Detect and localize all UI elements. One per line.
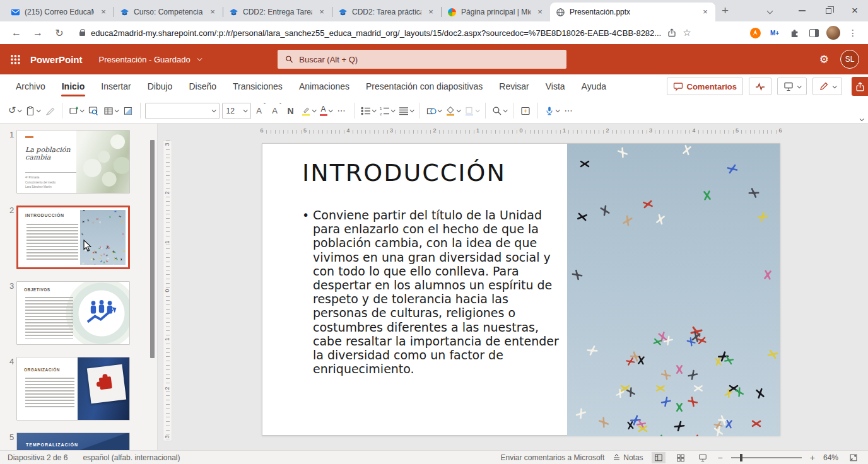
- shrink-font-button[interactable]: Aˇ: [267, 102, 283, 120]
- present-button[interactable]: [777, 78, 807, 95]
- table-button[interactable]: [102, 102, 120, 120]
- tab-search-chevron-icon[interactable]: [767, 8, 773, 14]
- ribbon-tab-insertar[interactable]: Insertar: [93, 74, 139, 98]
- back-button[interactable]: ←: [8, 24, 25, 42]
- more-font-options-button[interactable]: ⋯: [334, 102, 349, 120]
- designer-button[interactable]: [518, 102, 533, 120]
- extensions-puzzle-icon[interactable]: [787, 25, 802, 40]
- font-size-combo[interactable]: 12: [222, 103, 251, 119]
- ribbon-tab-revisar[interactable]: Revisar: [491, 74, 537, 98]
- paste-button[interactable]: [23, 102, 42, 120]
- slide-thumbnail-1[interactable]: La población cambia 4º Primaria Conocimi…: [16, 130, 130, 194]
- slide-sorter-view-button[interactable]: [674, 452, 688, 463]
- language-indicator[interactable]: español (alfab. internacional): [83, 453, 180, 462]
- ribbon-tab-ayuda[interactable]: Ayuda: [573, 74, 614, 98]
- slideshow-view-button[interactable]: [696, 452, 710, 463]
- slide-bullet-text[interactable]: Conviene partir del título de la Unidad …: [313, 208, 566, 376]
- tab-close-icon[interactable]: ×: [700, 7, 710, 17]
- lock-icon[interactable]: [79, 32, 85, 36]
- ribbon-tab-dibujo[interactable]: Dibujo: [139, 74, 181, 98]
- profile-avatar[interactable]: [826, 25, 841, 40]
- tab-close-icon[interactable]: ×: [208, 7, 218, 17]
- reload-button[interactable]: ↻: [50, 24, 68, 42]
- app-launcher-button[interactable]: [0, 44, 30, 74]
- document-title[interactable]: Presentación - Guardado: [99, 55, 201, 64]
- account-avatar[interactable]: SL: [840, 50, 859, 69]
- app-name[interactable]: PowerPoint: [30, 54, 83, 65]
- browser-tab-1[interactable]: (215) Correo EducaMa×: [5, 3, 114, 21]
- share-page-icon[interactable]: [667, 28, 677, 38]
- zoom-slider[interactable]: [731, 457, 802, 458]
- browser-tab-2[interactable]: Curso: Competencia D×: [114, 3, 223, 21]
- side-panel-icon[interactable]: [806, 25, 821, 40]
- share-button[interactable]: [852, 77, 868, 96]
- mplus-extension-icon[interactable]: M+: [767, 25, 782, 40]
- shape-fill-button[interactable]: [443, 102, 462, 120]
- search-box[interactable]: [278, 50, 566, 69]
- format-painter-button[interactable]: [42, 102, 57, 120]
- ribbon-tab-archivo[interactable]: Archivo: [8, 74, 54, 98]
- catch-up-button[interactable]: [749, 78, 771, 95]
- dictate-button[interactable]: [542, 102, 561, 120]
- slide-thumbnail-4[interactable]: ORGANIZACIÓN: [16, 357, 130, 420]
- new-slide-button[interactable]: [67, 102, 85, 120]
- ribbon-tab-vista[interactable]: Vista: [537, 74, 573, 98]
- collapse-toolbar-chevron-icon[interactable]: [860, 117, 864, 121]
- browser-menu-icon[interactable]: ⋮: [845, 25, 860, 40]
- slide-thumbnail-5[interactable]: TEMPORALIZACIÓN: [16, 432, 130, 450]
- grow-font-button[interactable]: Aˆ: [252, 102, 267, 120]
- align-button[interactable]: [397, 102, 415, 120]
- zoom-out-button[interactable]: −: [718, 453, 723, 463]
- browser-tab-3[interactable]: CDD2: Entrega Tarea×: [223, 3, 332, 21]
- ribbon-tab-presentaci-n-con-diapositivas[interactable]: Presentación con diapositivas: [358, 74, 491, 98]
- avast-extension-icon[interactable]: [748, 25, 763, 40]
- editing-mode-button[interactable]: [812, 78, 842, 95]
- numbering-button[interactable]: 12: [378, 102, 396, 120]
- undo-button[interactable]: ↺: [6, 102, 23, 120]
- new-tab-button[interactable]: +: [722, 4, 729, 18]
- search-input[interactable]: [299, 55, 559, 64]
- window-minimize-button[interactable]: [789, 0, 815, 21]
- window-close-button[interactable]: ×: [842, 0, 868, 21]
- tab-close-icon[interactable]: ×: [426, 7, 436, 17]
- browser-tab-6-active[interactable]: Presentación.pptx×: [550, 3, 715, 21]
- notes-toggle[interactable]: Notas: [613, 453, 643, 462]
- find-button[interactable]: [490, 102, 508, 120]
- font-color-button[interactable]: A: [318, 102, 334, 120]
- normal-view-button[interactable]: [652, 452, 666, 463]
- bold-button[interactable]: N: [283, 102, 298, 120]
- tab-close-icon[interactable]: ×: [535, 7, 545, 17]
- slide-canvas[interactable]: INTRODUCCIÓN Conviene partir del título …: [262, 143, 780, 436]
- zoom-slider-handle[interactable]: [740, 454, 742, 461]
- bullets-button[interactable]: [359, 102, 377, 120]
- settings-gear-icon[interactable]: ⚙: [819, 53, 829, 66]
- tab-close-icon[interactable]: ×: [317, 7, 327, 17]
- comments-button[interactable]: Comentarios: [667, 78, 743, 95]
- thumbnail-panel-scrollbar[interactable]: [150, 140, 155, 358]
- ribbon-tab-transiciones[interactable]: Transiciones: [225, 74, 291, 98]
- forward-button[interactable]: →: [29, 24, 47, 42]
- design-ideas-button[interactable]: [120, 102, 136, 120]
- slide-thumbnail-2-selected[interactable]: INTRODUCCIÓN: [16, 206, 130, 269]
- slide-thumbnail-3[interactable]: OBJETIVOS: [16, 281, 130, 345]
- address-bar[interactable]: educa2madrid-my.sharepoint.com/:p:/r/per…: [72, 24, 744, 42]
- highlight-button[interactable]: [299, 102, 317, 120]
- window-restore-button[interactable]: [815, 0, 842, 21]
- fit-slide-button[interactable]: [847, 452, 860, 463]
- slide-title[interactable]: INTRODUCCIÓN: [302, 159, 506, 187]
- ribbon-tab-animaciones[interactable]: Animaciones: [291, 74, 358, 98]
- font-name-combo[interactable]: [145, 103, 220, 119]
- shape-outline-button[interactable]: [462, 102, 481, 120]
- browser-tab-4[interactable]: CDD2: Tarea práctica×: [332, 3, 441, 21]
- browser-tab-5[interactable]: Página principal | Mic×: [442, 3, 550, 21]
- shapes-button[interactable]: [425, 102, 443, 120]
- feedback-link[interactable]: Enviar comentarios a Microsoft: [501, 453, 605, 462]
- tab-close-icon[interactable]: ×: [98, 7, 108, 17]
- ribbon-tab-dise-o[interactable]: Diseño: [180, 74, 225, 98]
- bookmark-star-icon[interactable]: ☆: [683, 27, 691, 38]
- ribbon-tab-inicio[interactable]: Inicio: [54, 74, 93, 98]
- zoom-level[interactable]: 64%: [823, 453, 838, 462]
- zoom-in-button[interactable]: +: [810, 453, 815, 463]
- slide-layout-button[interactable]: [86, 102, 101, 120]
- slide-skydivers-photo[interactable]: [567, 144, 780, 436]
